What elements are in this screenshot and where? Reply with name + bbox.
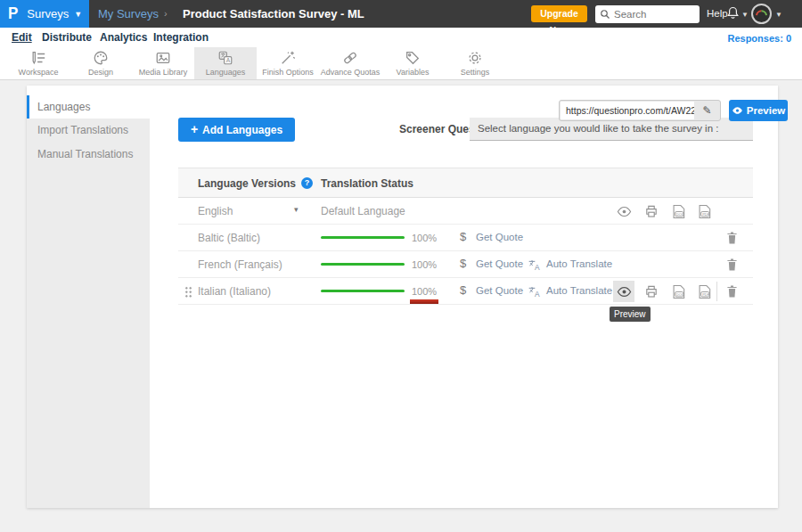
- nav-integration[interactable]: Integration: [153, 31, 209, 44]
- nav-analytics[interactable]: Analytics: [100, 31, 147, 44]
- translation-progress-percent: 100%: [412, 233, 437, 243]
- tab-label: Advance Quotas: [321, 68, 381, 77]
- search-input[interactable]: [614, 9, 694, 20]
- bell-icon: [725, 4, 741, 21]
- help-circle-icon[interactable]: ?: [301, 177, 313, 189]
- magic-wand-icon: [280, 50, 296, 66]
- language-name: Baltic (Baltic): [198, 232, 260, 244]
- dollar-icon: $: [460, 257, 466, 270]
- language-name: French (Français): [198, 258, 282, 271]
- notifications-button[interactable]: [725, 4, 741, 25]
- gauge-avatar-icon: [753, 5, 770, 22]
- get-quote-link[interactable]: Get Quote: [476, 258, 523, 269]
- auto-translate-link[interactable]: Auto Translate: [546, 285, 612, 296]
- sidebar-item-manual-translations[interactable]: Manual Translations: [27, 143, 150, 167]
- auto-translate-icon[interactable]: A: [528, 258, 541, 274]
- tab-label: Media Library: [139, 68, 188, 77]
- pdf-file-icon: PDF: [697, 204, 712, 219]
- language-dropdown-caret-icon[interactable]: ▾: [294, 205, 299, 214]
- bell-caret-icon[interactable]: ▼: [741, 11, 749, 19]
- nav-edit[interactable]: Edit: [12, 31, 32, 44]
- svg-text:PDF: PDF: [702, 291, 710, 296]
- breadcrumb-my-surveys[interactable]: My Surveys: [98, 7, 159, 20]
- search-icon: [600, 9, 610, 20]
- tab-workspace[interactable]: Workspace: [7, 47, 70, 79]
- product-switcher[interactable]: P Surveys ▼: [0, 0, 89, 28]
- tab-label: Variables: [397, 68, 430, 77]
- pdf-file-icon: PDF: [697, 284, 712, 299]
- translation-progress-percent: 100%: [412, 259, 437, 270]
- preview-button[interactable]: Preview: [729, 100, 788, 121]
- languages-panel: Languages Import Translations Manual Tra…: [27, 86, 778, 508]
- add-languages-label: Add Languages: [202, 124, 282, 136]
- survey-nav: Edit Distribute Analytics Integration Re…: [0, 28, 802, 47]
- tab-media-library[interactable]: Media Library: [132, 47, 194, 79]
- get-quote-link[interactable]: Get Quote: [476, 232, 523, 242]
- delete-language-button[interactable]: [721, 281, 742, 302]
- sidebar-background: [27, 119, 150, 508]
- tab-label: Settings: [461, 68, 490, 77]
- svg-text:PDF: PDF: [702, 211, 710, 216]
- export-doc-button[interactable]: DOC: [667, 281, 689, 302]
- print-button[interactable]: [641, 201, 662, 222]
- preview-label: Preview: [747, 105, 785, 116]
- languages-sidebar: Languages Import Translations Manual Tra…: [27, 86, 150, 508]
- auto-translate-icon[interactable]: A: [528, 285, 541, 301]
- preview-language-button[interactable]: [613, 201, 634, 222]
- responses-count[interactable]: Responses: 0: [727, 33, 791, 44]
- table-header: Language Versions ? Translation Status: [178, 168, 753, 198]
- tab-settings[interactable]: Settings: [444, 47, 506, 79]
- tab-design[interactable]: Design: [70, 47, 132, 79]
- chevron-down-icon: ▼: [74, 10, 82, 19]
- palette-icon: [93, 50, 109, 66]
- survey-url[interactable]: https://questionpro.com/t/AW22Zd1S1: [561, 102, 694, 119]
- svg-text:DOC: DOC: [675, 211, 683, 216]
- export-pdf-button[interactable]: PDF: [693, 281, 715, 302]
- doc-file-icon: DOC: [671, 284, 686, 299]
- language-name: English: [198, 205, 233, 217]
- preview-language-button-hovered[interactable]: [613, 281, 634, 302]
- add-languages-button[interactable]: +Add Languages: [178, 118, 295, 142]
- image-icon: [155, 50, 171, 66]
- tab-label: Design: [88, 68, 113, 77]
- tab-finish-options[interactable]: Finish Options: [257, 47, 319, 79]
- preview-tooltip: Preview: [610, 307, 651, 322]
- printer-icon: [644, 204, 659, 218]
- export-doc-button[interactable]: DOC: [667, 201, 689, 222]
- nav-distribute[interactable]: Distribute: [42, 31, 92, 44]
- icon-divider: [716, 282, 717, 301]
- top-bar: P Surveys ▼ My Surveys › Product Satisfa…: [0, 0, 802, 28]
- survey-url-field[interactable]: https://questionpro.com/t/AW22Zd1S1 ✎: [559, 100, 721, 121]
- export-pdf-button[interactable]: PDF: [693, 201, 715, 222]
- eye-icon: [732, 106, 743, 115]
- delete-language-button[interactable]: [721, 254, 742, 275]
- translation-progress-bar: [321, 263, 405, 266]
- tab-languages[interactable]: A Languages: [194, 47, 257, 79]
- upgrade-now-button[interactable]: Upgrade Now: [531, 5, 587, 22]
- tab-variables[interactable]: Variables: [381, 47, 444, 79]
- auto-translate-link[interactable]: Auto Translate: [546, 258, 612, 269]
- tab-label: Finish Options: [262, 68, 314, 77]
- print-button[interactable]: [641, 281, 662, 302]
- avatar[interactable]: [751, 4, 772, 24]
- delete-language-button[interactable]: [721, 227, 742, 249]
- avatar-caret-icon[interactable]: ▼: [775, 11, 782, 19]
- tab-label: Workspace: [19, 68, 59, 77]
- tab-advance-quotas[interactable]: Advance Quotas: [319, 47, 381, 79]
- language-name: Italian (Italiano): [198, 285, 271, 298]
- edit-url-icon[interactable]: ✎: [694, 104, 720, 117]
- language-versions-table: Language Versions ? Translation Status E…: [178, 168, 753, 305]
- questionpro-logo-icon: P: [8, 4, 18, 23]
- eye-icon: [617, 206, 632, 217]
- get-quote-link[interactable]: Get Quote: [476, 285, 523, 296]
- sidebar-item-languages[interactable]: Languages: [27, 95, 150, 119]
- global-search[interactable]: [595, 5, 700, 23]
- trash-icon: [725, 231, 739, 245]
- drag-handle[interactable]: [184, 286, 192, 298]
- red-annotation-underline: [410, 299, 438, 304]
- column-translation-status: Translation Status: [321, 177, 413, 190]
- table-row-french: French (Français) 100% $ Get Quote A Aut…: [178, 251, 753, 278]
- product-name: Surveys: [27, 7, 69, 20]
- sidebar-item-import-translations[interactable]: Import Translations: [27, 119, 150, 143]
- dollar-icon: $: [460, 283, 466, 297]
